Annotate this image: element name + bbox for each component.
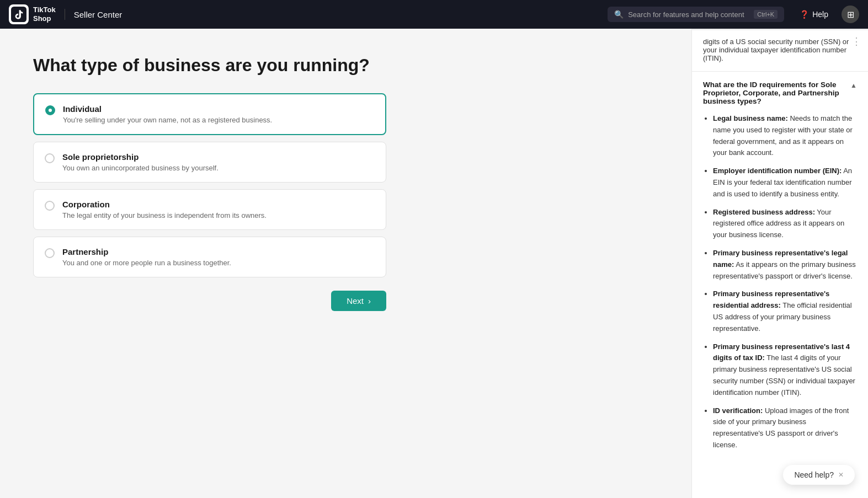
help-item-rep-name-text: As it appears on the primary business re…	[713, 260, 856, 280]
app-header: TikTokShop Seller Center 🔍 Search for fe…	[0, 0, 868, 29]
help-item-legal-name: Legal business name: Needs to match the …	[713, 113, 857, 159]
chevron-up-icon: ▲	[850, 82, 857, 89]
help-item-tax-id: Primary business representative's last 4…	[713, 341, 857, 399]
option-corporation[interactable]: Corporation The legal entity of your bus…	[33, 189, 386, 230]
option-sole-proprietorship-text: Sole proprietorship You own an unincorpo…	[62, 152, 375, 172]
need-help-close-icon[interactable]: ✕	[838, 471, 844, 479]
option-corporation-desc: The legal entity of your business is ind…	[62, 211, 375, 219]
search-bar[interactable]: 🔍 Search for features and help content C…	[608, 7, 784, 22]
search-placeholder: Search for features and help content	[628, 10, 749, 19]
help-items-list: Legal business name: Needs to match the …	[703, 113, 857, 451]
search-icon: 🔍	[614, 10, 624, 19]
help-section-content: Legal business name: Needs to match the …	[703, 113, 857, 451]
option-sole-proprietorship-desc: You own an unincorporated business by yo…	[62, 164, 375, 172]
option-individual-desc: You're selling under your own name, not …	[63, 116, 374, 124]
help-section-title-text: What are the ID requirements for Sole Pr…	[703, 81, 846, 105]
tiktok-icon	[9, 4, 29, 24]
option-individual-name: Individual	[63, 104, 374, 114]
option-partnership-text: Partnership You and one or more people r…	[62, 247, 375, 267]
need-help-bubble: Need help? ✕	[783, 465, 855, 485]
user-avatar[interactable]: ⊞	[842, 6, 859, 23]
need-help-widget[interactable]: Need help? ✕	[783, 465, 855, 485]
help-top-text: digits of a US social security number (S…	[703, 38, 849, 62]
svg-rect-0	[11, 7, 26, 22]
radio-sole-proprietorship	[45, 153, 55, 163]
center-panel: What type of business are you running? I…	[0, 29, 691, 498]
help-item-ein: Employer identification number (EIN): An…	[713, 165, 857, 200]
help-id-requirements-section: What are the ID requirements for Sole Pr…	[692, 72, 868, 467]
radio-individual	[45, 105, 55, 115]
next-button[interactable]: Next ›	[331, 291, 386, 311]
help-item-id-verification: ID verification: Upload images of the fr…	[713, 405, 857, 451]
page-title: What type of business are you running?	[33, 55, 658, 76]
option-partnership[interactable]: Partnership You and one or more people r…	[33, 237, 386, 277]
help-item-rep-address: Primary business representative's reside…	[713, 288, 857, 334]
help-icon: ❓	[800, 10, 809, 19]
help-item-legal-name-label: Legal business name:	[713, 114, 788, 122]
main-layout: What type of business are you running? I…	[0, 29, 868, 498]
help-item-ein-label: Employer identification number (EIN):	[713, 167, 842, 175]
option-partnership-desc: You and one or more people run a busines…	[62, 259, 375, 267]
help-item-id-verification-label: ID verification:	[713, 406, 763, 415]
help-top-scroll-text: digits of a US social security number (S…	[692, 29, 868, 72]
help-sidebar: digits of a US social security number (S…	[691, 29, 868, 498]
option-individual[interactable]: Individual You're selling under your own…	[33, 93, 386, 135]
option-sole-proprietorship[interactable]: Sole proprietorship You own an unincorpo…	[33, 142, 386, 183]
tiktok-logo[interactable]: TikTokShop	[9, 4, 56, 24]
header-divider	[65, 9, 65, 20]
option-partnership-name: Partnership	[62, 247, 375, 256]
help-label: Help	[812, 10, 828, 19]
next-label: Next	[347, 296, 364, 306]
radio-partnership	[45, 248, 55, 258]
business-type-options: Individual You're selling under your own…	[33, 93, 386, 277]
option-individual-text: Individual You're selling under your own…	[63, 104, 374, 124]
radio-corporation	[45, 201, 55, 211]
help-item-address-label: Registered business address:	[713, 208, 815, 216]
scroll-dots-icon: ⋮	[851, 35, 861, 47]
option-corporation-name: Corporation	[62, 200, 375, 209]
app-name: Seller Center	[74, 10, 123, 19]
option-corporation-text: Corporation The legal entity of your bus…	[62, 200, 375, 219]
option-sole-proprietorship-name: Sole proprietorship	[62, 152, 375, 162]
search-shortcut: Ctrl+K	[754, 10, 778, 19]
actions-row: Next ›	[33, 291, 386, 311]
help-item-rep-name: Primary business representative's legal …	[713, 248, 857, 282]
help-section-title-row[interactable]: What are the ID requirements for Sole Pr…	[703, 81, 857, 105]
help-item-address: Registered business address: Your regist…	[713, 207, 857, 241]
help-button[interactable]: ❓ Help	[800, 10, 828, 19]
logo-text: TikTokShop	[33, 6, 56, 23]
next-arrow-icon: ›	[368, 296, 371, 306]
need-help-label: Need help?	[794, 470, 834, 479]
avatar-icon: ⊞	[847, 9, 854, 20]
